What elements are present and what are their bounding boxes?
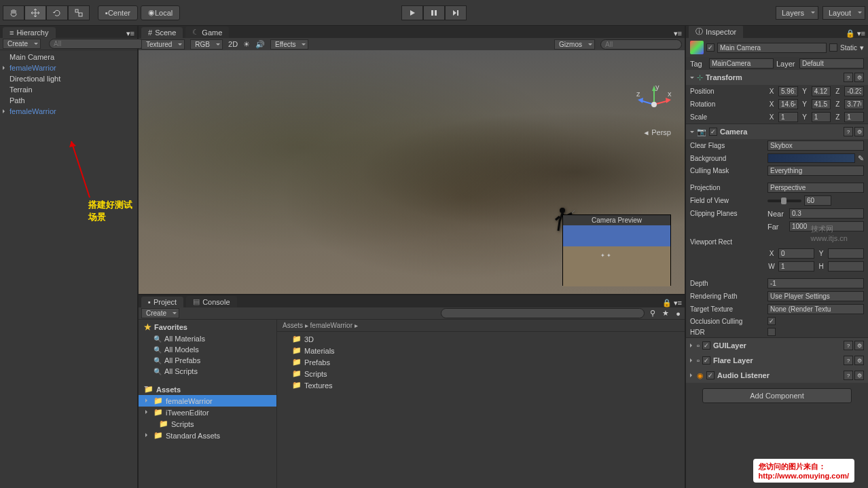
fov-value[interactable] bbox=[804, 195, 831, 206]
static-toggle[interactable] bbox=[829, 43, 837, 52]
near-clip[interactable] bbox=[789, 208, 864, 219]
hierarchy-tab[interactable]: ≡ Hierarchy bbox=[3, 27, 56, 38]
help-icon[interactable]: ? bbox=[844, 73, 853, 82]
rotate-tool[interactable] bbox=[46, 5, 68, 20]
help-icon[interactable]: ? bbox=[844, 341, 853, 350]
light-icon[interactable]: ☀ bbox=[243, 40, 250, 49]
inspector-menu-icon[interactable]: 🔒 ▾≡ bbox=[843, 29, 868, 38]
background-color[interactable] bbox=[767, 153, 855, 163]
game-tab[interactable]: ☾ Game bbox=[185, 26, 229, 38]
favorite-filter-icon[interactable]: ★ bbox=[662, 309, 669, 318]
folder-textures[interactable]: 📁Textures bbox=[277, 379, 685, 391]
folder-scripts[interactable]: 📁Scripts bbox=[277, 368, 685, 379]
project-tab[interactable]: ▪ Project bbox=[141, 297, 183, 307]
rgb-dropdown[interactable]: RGB bbox=[190, 39, 223, 50]
play-button[interactable] bbox=[401, 5, 423, 20]
hierarchy-item-directional-light[interactable]: Directional light bbox=[0, 73, 137, 84]
2d-toggle[interactable]: 2D bbox=[228, 40, 238, 48]
orientation-gizmo[interactable]: y x z bbox=[634, 84, 674, 125]
asset-scripts[interactable]: 📁Scripts bbox=[139, 418, 276, 430]
occlusion-toggle[interactable]: ✓ bbox=[767, 317, 776, 325]
folder-materials[interactable]: 📁Materials bbox=[277, 345, 685, 356]
viewport-x[interactable] bbox=[778, 248, 814, 259]
gameobject-name-field[interactable] bbox=[717, 43, 827, 53]
depth-value[interactable] bbox=[767, 278, 864, 288]
gear-icon[interactable]: ⚙ bbox=[854, 371, 864, 380]
viewport-w[interactable] bbox=[778, 261, 814, 271]
gizmos-dropdown[interactable]: Gizmos bbox=[554, 39, 595, 50]
gear-icon[interactable]: ⚙ bbox=[854, 73, 864, 82]
fav-all-models[interactable]: 🔍All Models bbox=[139, 344, 276, 355]
asset-itweeneditor[interactable]: 📁iTweenEditor bbox=[139, 407, 276, 418]
viewport-y[interactable] bbox=[828, 248, 864, 259]
scale-x[interactable] bbox=[778, 112, 798, 122]
hierarchy-search[interactable] bbox=[49, 39, 145, 49]
pos-z[interactable] bbox=[844, 86, 864, 96]
gear-icon[interactable]: ⚙ bbox=[854, 127, 864, 136]
pivot-toggle[interactable]: ▪ Center bbox=[98, 5, 138, 20]
pos-y[interactable] bbox=[812, 86, 831, 96]
effects-dropdown[interactable]: Effects bbox=[270, 39, 308, 50]
rot-z[interactable] bbox=[844, 99, 864, 109]
project-create[interactable]: Create bbox=[141, 308, 179, 318]
scene-menu-icon[interactable]: ▾≡ bbox=[671, 29, 685, 38]
hierarchy-create[interactable]: Create bbox=[3, 39, 41, 49]
hand-tool[interactable] bbox=[3, 5, 24, 20]
move-tool[interactable] bbox=[24, 5, 46, 20]
fav-all-materials[interactable]: 🔍All Materials bbox=[139, 333, 276, 344]
render-mode-dropdown[interactable]: Textured bbox=[141, 39, 185, 50]
static-dropdown-icon[interactable]: ▾ bbox=[860, 43, 864, 52]
help-icon[interactable]: ? bbox=[844, 371, 853, 380]
projection-dropdown[interactable]: Perspective bbox=[767, 183, 864, 193]
hierarchy-menu-icon[interactable]: ▾≡ bbox=[124, 29, 137, 38]
filter-icon[interactable]: ⚲ bbox=[650, 309, 655, 318]
render-path-dropdown[interactable]: Use Player Settings bbox=[767, 291, 864, 301]
culling-dropdown[interactable]: Everything bbox=[767, 166, 864, 176]
asset-femalewarrior[interactable]: 📁femaleWarrior bbox=[139, 395, 276, 407]
fav-all-prefabs[interactable]: 🔍All Prefabs bbox=[139, 355, 276, 366]
hierarchy-item-main-camera[interactable]: Main Camera bbox=[0, 52, 137, 62]
breadcrumb[interactable]: Assets ▸ femaleWarrior ▸ bbox=[277, 320, 685, 332]
project-search[interactable] bbox=[441, 308, 645, 318]
rot-x[interactable] bbox=[778, 99, 798, 109]
space-toggle[interactable]: ◉ Local bbox=[141, 5, 180, 20]
help-icon[interactable]: ? bbox=[844, 127, 853, 136]
fov-slider[interactable] bbox=[767, 200, 801, 202]
target-texture-field[interactable]: None (Render Textu bbox=[767, 304, 864, 314]
folder-prefabs[interactable]: 📁Prefabs bbox=[277, 356, 685, 368]
layout-dropdown[interactable]: Layout bbox=[822, 6, 865, 20]
hierarchy-item-path[interactable]: Path bbox=[0, 95, 137, 106]
eyedropper-icon[interactable]: ✎ bbox=[858, 154, 864, 163]
step-button[interactable] bbox=[445, 5, 467, 20]
rot-y[interactable] bbox=[812, 99, 831, 109]
scene-tab[interactable]: # Scene bbox=[141, 27, 183, 38]
pos-x[interactable] bbox=[778, 86, 798, 96]
audio-icon[interactable]: 🔊 bbox=[255, 40, 265, 49]
fav-all-scripts[interactable]: 🔍All Scripts bbox=[139, 366, 276, 377]
active-toggle[interactable]: ✓ bbox=[706, 43, 715, 52]
favorites-header[interactable]: ★Favorites bbox=[139, 321, 276, 333]
flarelayer-header[interactable]: ▫✓Flare Layer?⚙ bbox=[686, 353, 868, 368]
console-tab[interactable]: ▤ Console bbox=[186, 296, 236, 307]
scene-search[interactable] bbox=[600, 39, 682, 50]
gear-icon[interactable]: ⚙ bbox=[854, 341, 864, 350]
type-filter-icon[interactable]: ● bbox=[676, 309, 681, 318]
hierarchy-item-femalewarrior-2[interactable]: femaleWarrior bbox=[0, 106, 137, 117]
scene-view[interactable]: y x z ◄ Persp Camera Preview ✦ ✦ bbox=[139, 50, 685, 294]
add-component-button[interactable]: Add Component bbox=[702, 388, 852, 403]
hierarchy-item-terrain[interactable]: Terrain bbox=[0, 84, 137, 95]
scale-y[interactable] bbox=[812, 112, 831, 122]
layer-dropdown[interactable]: Default bbox=[799, 58, 864, 69]
scale-z[interactable] bbox=[844, 112, 864, 122]
folder-3d[interactable]: 📁3D bbox=[277, 333, 685, 345]
assets-header[interactable]: 📁Assets bbox=[139, 383, 276, 395]
hierarchy-item-femalewarrior-1[interactable]: femaleWarrior bbox=[0, 62, 137, 73]
gear-icon[interactable]: ⚙ bbox=[854, 356, 864, 365]
help-icon[interactable]: ? bbox=[844, 356, 853, 365]
clear-flags-dropdown[interactable]: Skybox bbox=[767, 140, 864, 151]
viewport-h[interactable] bbox=[828, 261, 864, 271]
camera-header[interactable]: 📷✓Camera?⚙ bbox=[686, 124, 868, 139]
pause-button[interactable] bbox=[423, 5, 445, 20]
asset-standard-assets[interactable]: 📁Standard Assets bbox=[139, 430, 276, 441]
transform-header[interactable]: ⊹Transform?⚙ bbox=[686, 70, 868, 85]
